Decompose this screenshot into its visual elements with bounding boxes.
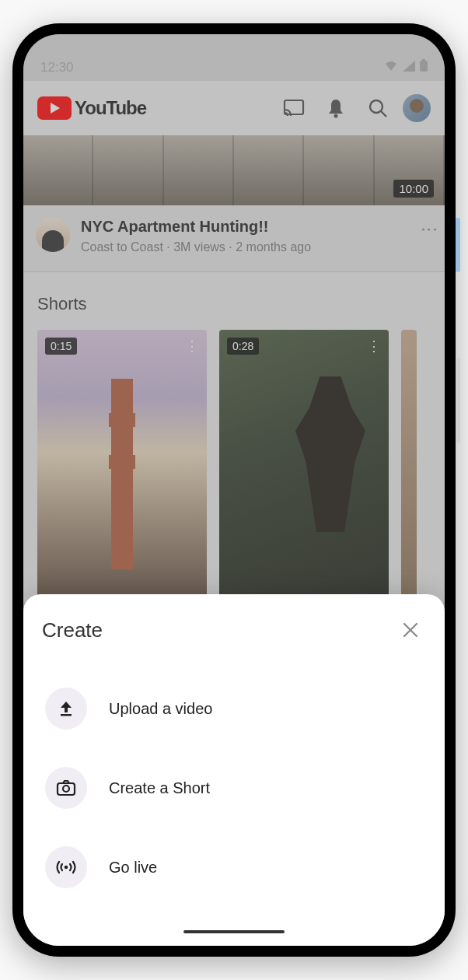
video-duration-badge: 10:00 bbox=[393, 180, 434, 198]
short-duration-badge: 0:28 bbox=[227, 338, 259, 355]
go-live-option[interactable]: Go live bbox=[42, 828, 426, 907]
camera-icon bbox=[45, 767, 87, 809]
short-item[interactable]: 0:15 ⋮ bbox=[37, 330, 207, 602]
more-icon[interactable]: ⋮ bbox=[425, 218, 432, 238]
home-indicator[interactable] bbox=[183, 930, 285, 933]
svg-point-3 bbox=[334, 114, 338, 118]
battery-icon bbox=[420, 59, 428, 75]
cast-icon[interactable] bbox=[277, 91, 311, 125]
svg-line-5 bbox=[381, 111, 386, 117]
video-subtitle: Coast to Coast · 3M views · 2 months ago bbox=[81, 240, 414, 254]
more-icon[interactable]: ⋮ bbox=[185, 338, 199, 355]
short-item[interactable]: 0:28 ⋮ bbox=[219, 330, 389, 602]
signal-icon bbox=[403, 60, 415, 75]
svg-point-10 bbox=[63, 786, 69, 792]
channel-avatar[interactable] bbox=[36, 218, 70, 252]
upload-icon bbox=[45, 688, 87, 730]
svg-rect-1 bbox=[422, 59, 425, 61]
video-meta-row[interactable]: NYC Apartment Hunting!! Coast to Coast ·… bbox=[23, 205, 445, 272]
power-button bbox=[456, 218, 460, 272]
create-short-label: Create a Short bbox=[109, 779, 210, 797]
create-short-option[interactable]: Create a Short bbox=[42, 748, 426, 828]
volume-button bbox=[456, 358, 460, 443]
status-bar: 12:30 bbox=[23, 34, 445, 81]
search-icon[interactable] bbox=[361, 91, 395, 125]
close-icon[interactable] bbox=[395, 614, 426, 646]
phone-frame: 12:30 YouTube bbox=[12, 23, 456, 957]
youtube-logo[interactable]: YouTube bbox=[37, 96, 146, 120]
live-icon bbox=[45, 846, 87, 888]
sheet-title: Create bbox=[42, 618, 103, 642]
more-icon[interactable]: ⋮ bbox=[367, 338, 381, 355]
shorts-row[interactable]: 0:15 ⋮ 0:28 ⋮ bbox=[23, 330, 445, 602]
video-title: NYC Apartment Hunting!! bbox=[81, 218, 414, 236]
create-sheet: Create Upload a video bbox=[23, 594, 445, 946]
short-duration-badge: 0:15 bbox=[45, 338, 77, 355]
app-bar: YouTube bbox=[23, 81, 445, 135]
shorts-section: Shorts 0:15 ⋮ 0:28 ⋮ bbox=[23, 272, 445, 602]
video-thumbnail[interactable]: 10:00 bbox=[23, 135, 445, 205]
bell-icon[interactable] bbox=[319, 91, 353, 125]
svg-rect-2 bbox=[285, 100, 303, 114]
screen: 12:30 YouTube bbox=[23, 34, 445, 946]
svg-point-11 bbox=[65, 866, 68, 870]
svg-rect-0 bbox=[420, 61, 428, 72]
status-icons bbox=[384, 59, 428, 75]
wifi-icon bbox=[384, 60, 398, 75]
svg-point-4 bbox=[370, 100, 382, 113]
short-item[interactable] bbox=[401, 330, 417, 602]
shorts-heading: Shorts bbox=[23, 294, 445, 330]
youtube-wordmark: YouTube bbox=[75, 97, 146, 119]
status-time: 12:30 bbox=[40, 60, 74, 75]
upload-label: Upload a video bbox=[109, 700, 212, 718]
svg-rect-8 bbox=[61, 714, 72, 716]
upload-video-option[interactable]: Upload a video bbox=[42, 669, 426, 748]
avatar[interactable] bbox=[403, 94, 431, 122]
go-live-label: Go live bbox=[109, 859, 157, 877]
youtube-play-icon bbox=[37, 96, 72, 120]
